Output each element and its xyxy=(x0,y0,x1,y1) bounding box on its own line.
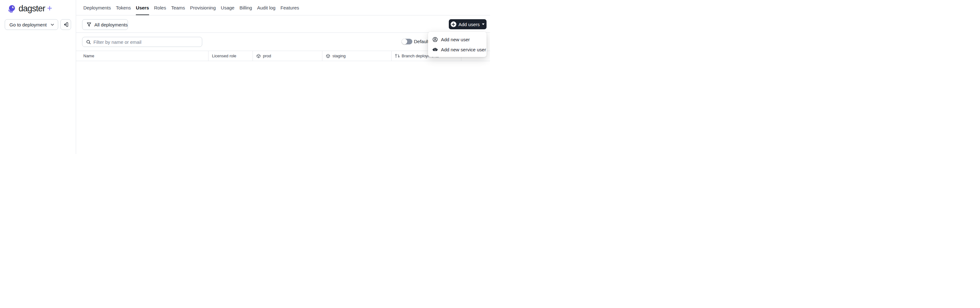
chevron-down-icon xyxy=(51,24,54,26)
robot-icon xyxy=(433,47,438,52)
collapse-sidebar-button[interactable] xyxy=(60,19,71,30)
user-search-field[interactable] xyxy=(82,37,202,47)
go-to-deployment-dropdown[interactable]: Go to deployment xyxy=(5,19,58,30)
column-header-licensed-role[interactable]: Licensed role xyxy=(208,51,253,61)
toggle-knob xyxy=(402,39,407,45)
user-circle-icon xyxy=(433,37,438,42)
search-icon xyxy=(86,40,91,45)
tab-tokens[interactable]: Tokens xyxy=(116,0,131,16)
column-header-prod[interactable]: prod xyxy=(253,51,322,61)
deployment-filter-label: All deployments xyxy=(94,22,128,27)
filter-funnel-icon xyxy=(86,22,92,27)
dagster-plus-logo[interactable]: dagster + xyxy=(8,3,52,14)
column-header-name[interactable]: Name xyxy=(76,51,208,61)
branch-deployments-icon xyxy=(395,54,399,58)
tab-roles[interactable]: Roles xyxy=(154,0,166,16)
cube-icon xyxy=(256,54,261,58)
tab-audit-log[interactable]: Audit log xyxy=(257,0,275,16)
dagster-octopus-icon xyxy=(8,5,16,13)
tab-billing[interactable]: Billing xyxy=(239,0,252,16)
topnav-divider xyxy=(76,15,490,16)
cube-icon xyxy=(326,54,330,58)
column-header-staging[interactable]: staging xyxy=(322,51,391,61)
add-users-label: Add users xyxy=(458,22,480,27)
go-to-deployment-label: Go to deployment xyxy=(10,22,46,27)
tab-usage[interactable]: Usage xyxy=(221,0,234,16)
tab-teams[interactable]: Teams xyxy=(171,0,185,16)
caret-down-icon xyxy=(482,23,485,25)
deployment-filter-button[interactable]: All deployments xyxy=(82,19,128,30)
tab-features[interactable]: Features xyxy=(280,0,299,16)
tab-deployments[interactable]: Deployments xyxy=(83,0,111,16)
search-input[interactable] xyxy=(94,39,199,45)
toolbar-divider xyxy=(76,32,490,33)
plus-circle-icon xyxy=(451,21,457,27)
brand-plus-sign: + xyxy=(47,3,52,13)
tab-users[interactable]: Users xyxy=(136,0,149,16)
tab-provisioning[interactable]: Provisioning xyxy=(190,0,216,16)
settings-nav: Deployments Tokens Users Roles Teams Pro… xyxy=(83,0,299,16)
default-toggle[interactable] xyxy=(402,39,412,45)
menu-item-add-new-service-user[interactable]: Add new service user xyxy=(428,45,487,54)
menu-item-add-new-user[interactable]: Add new user xyxy=(428,34,487,45)
add-users-button[interactable]: Add users xyxy=(449,19,487,29)
add-users-menu: Add new user Add new service user xyxy=(428,32,487,57)
default-toggle-label: Default xyxy=(414,39,429,45)
collapse-panel-icon xyxy=(63,22,68,27)
sidebar-divider xyxy=(76,0,76,154)
brand-wordmark: dagster xyxy=(19,4,45,14)
